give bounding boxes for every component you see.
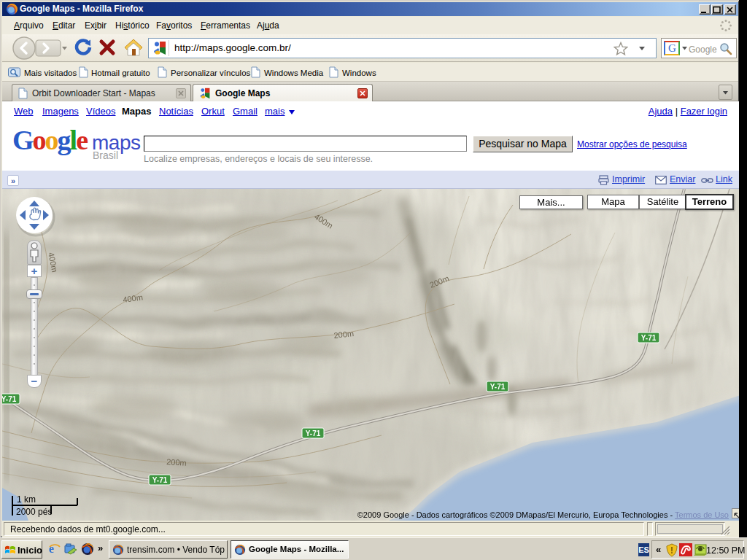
svg-text:Y-71: Y-71 — [490, 383, 506, 391]
svg-text:!: ! — [670, 545, 673, 556]
svg-text:Y-71: Y-71 — [2, 395, 17, 403]
svg-text:Y-71: Y-71 — [306, 429, 321, 438]
svg-text:Y-71: Y-71 — [152, 476, 168, 484]
svg-text:200m: 200m — [166, 457, 187, 467]
svg-text:Y-71: Y-71 — [641, 334, 657, 342]
svg-text:1 km: 1 km — [17, 494, 36, 505]
